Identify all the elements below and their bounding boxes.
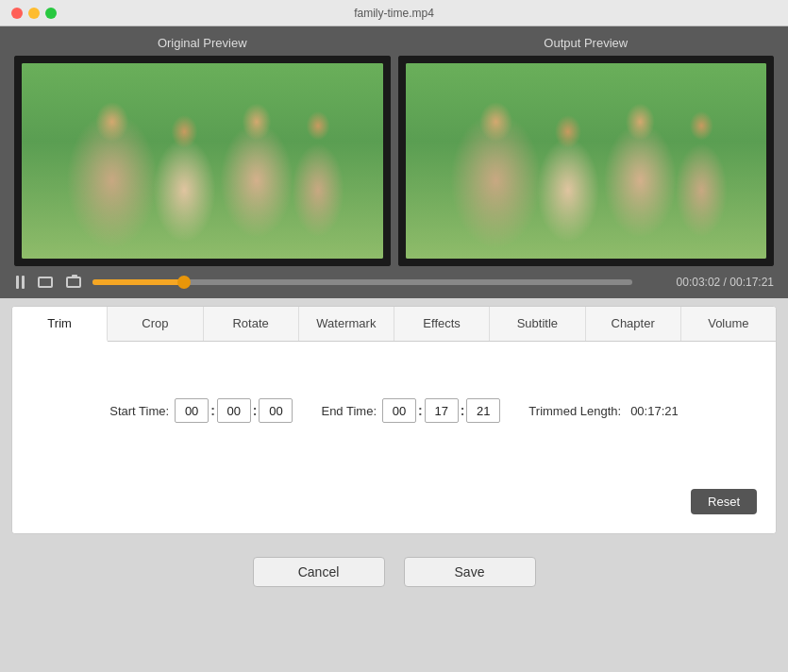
end-ss-input[interactable] <box>466 398 500 423</box>
window-title: family-time.mp4 <box>354 7 434 20</box>
progress-thumb[interactable] <box>177 276 191 289</box>
start-time-inputs: : : <box>175 398 293 423</box>
current-time: 00:03:02 <box>677 276 721 289</box>
tab-crop[interactable]: Crop <box>108 307 203 341</box>
tabs-header: Trim Crop Rotate Watermark Effects Subti… <box>12 307 776 342</box>
original-preview-panel: Original Preview <box>14 36 391 266</box>
tab-chapter[interactable]: Chapter <box>586 307 681 341</box>
reset-button[interactable]: Reset <box>691 489 757 514</box>
pause-bar-right <box>22 276 25 289</box>
tab-trim[interactable]: Trim <box>12 307 108 342</box>
end-time-label: End Time: <box>321 404 377 418</box>
controls-bar: 00:03:02 / 00:17:21 <box>0 266 788 298</box>
progress-fill <box>92 279 184 285</box>
minimize-button[interactable] <box>28 8 40 19</box>
total-time: 00:17:21 <box>729 276 774 289</box>
original-photo <box>22 63 383 259</box>
title-bar: family-time.mp4 <box>0 0 788 26</box>
tabs-panel: Trim Crop Rotate Watermark Effects Subti… <box>11 306 777 534</box>
frame-button[interactable] <box>36 275 55 290</box>
tab-effects[interactable]: Effects <box>394 307 490 341</box>
start-time-label: Start Time: <box>109 404 169 418</box>
output-preview-label: Output Preview <box>544 36 628 50</box>
end-mm-input[interactable] <box>425 398 459 423</box>
end-sep1: : <box>418 403 423 418</box>
end-hh-input[interactable] <box>382 398 416 423</box>
original-video-frame <box>14 56 391 266</box>
start-mm-input[interactable] <box>217 398 251 423</box>
maximize-button[interactable] <box>45 8 57 19</box>
pause-bar-left <box>16 276 19 289</box>
tab-watermark[interactable]: Watermark <box>299 307 394 341</box>
tab-subtitle[interactable]: Subtitle <box>490 307 585 341</box>
start-sep2: : <box>253 403 258 418</box>
screenshot-button[interactable] <box>64 275 83 290</box>
progress-bar[interactable] <box>92 279 632 285</box>
end-time-inputs: : : <box>382 398 500 423</box>
preview-area: Original Preview Output Preview <box>0 26 788 266</box>
start-hh-input[interactable] <box>175 398 209 423</box>
output-video-frame <box>398 56 775 266</box>
pause-icon <box>16 276 25 289</box>
trimmed-length-value: 00:17:21 <box>630 404 679 418</box>
close-button[interactable] <box>11 8 23 19</box>
main-container: Original Preview Output Preview <box>0 26 788 298</box>
trimmed-length-label: Trimmed Length: <box>528 404 621 418</box>
output-video-inner <box>398 56 775 266</box>
start-sep1: : <box>210 403 215 418</box>
time-display: 00:03:02 / 00:17:21 <box>642 276 774 289</box>
start-ss-input[interactable] <box>259 398 293 423</box>
tab-content-trim: Start Time: : : End Time: : : <box>12 342 776 533</box>
tab-content-footer: Reset <box>31 479 757 514</box>
tab-rotate[interactable]: Rotate <box>204 307 299 341</box>
tab-volume[interactable]: Volume <box>681 307 776 341</box>
pause-button[interactable] <box>14 274 26 291</box>
start-time-group: Start Time: : : <box>109 398 293 423</box>
original-preview-label: Original Preview <box>158 36 247 50</box>
save-button[interactable]: Save <box>404 557 536 587</box>
output-preview-panel: Output Preview <box>398 36 775 266</box>
frame-icon <box>38 277 53 288</box>
original-video-inner <box>14 56 391 266</box>
trimmed-length-group: Trimmed Length: 00:17:21 <box>528 404 678 418</box>
camera-icon <box>66 277 81 288</box>
end-time-group: End Time: : : <box>321 398 500 423</box>
cancel-button[interactable]: Cancel <box>253 557 385 587</box>
output-photo <box>406 63 767 259</box>
end-sep2: : <box>461 403 465 418</box>
window-controls[interactable] <box>11 8 57 19</box>
bottom-buttons: Cancel Save <box>0 542 788 606</box>
trim-controls: Start Time: : : End Time: : : <box>31 398 757 423</box>
